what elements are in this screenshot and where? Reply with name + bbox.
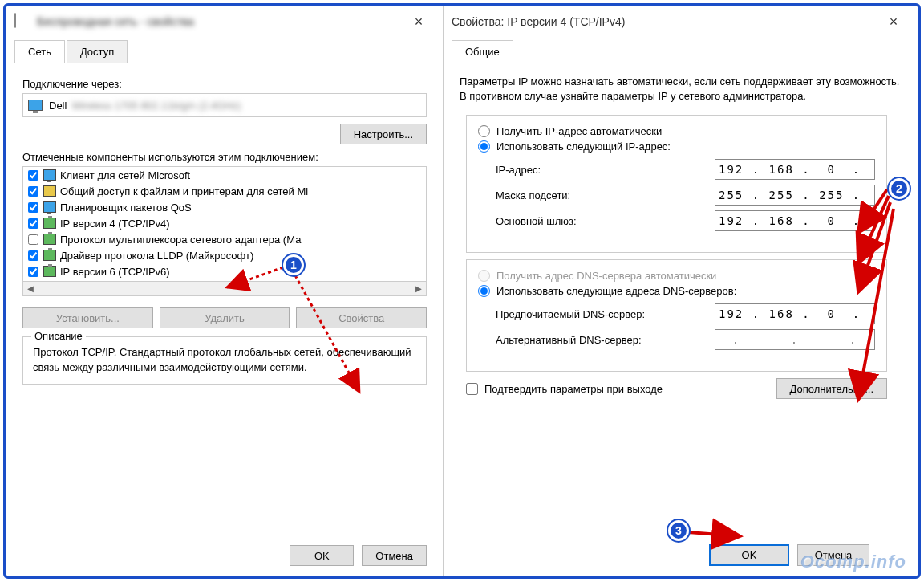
- cancel-button-left[interactable]: Отмена: [362, 545, 427, 566]
- connect-via-label: Подключение через:: [22, 78, 427, 90]
- component-item[interactable]: Драйвер протокола LLDP (Майкрософт): [23, 247, 426, 263]
- component-checkbox[interactable]: [28, 170, 38, 181]
- radio-manual-dns[interactable]: Использовать следующие адреса DNS-сервер…: [478, 285, 875, 297]
- tab-general[interactable]: Общие: [452, 40, 513, 63]
- component-label: IP версии 4 (TCP/IPv4): [60, 218, 170, 230]
- components-list[interactable]: Клиент для сетей MicrosoftОбщий доступ к…: [22, 166, 427, 296]
- component-checkbox[interactable]: [28, 250, 38, 261]
- scroll-right-icon[interactable]: ►: [411, 283, 426, 295]
- component-label: Протокол мультиплексора сетевого адаптер…: [60, 234, 301, 246]
- radio-manual-ip-input[interactable]: [478, 140, 490, 153]
- annotation-badge-1: 1: [283, 254, 304, 275]
- usb-icon: [14, 14, 30, 30]
- dns-group: Получить адрес DNS-сервера автоматически…: [466, 259, 887, 372]
- window-title-right: Свойства: IP версии 4 (TCP/IPv4): [452, 15, 877, 28]
- tab-access[interactable]: Доступ: [67, 40, 128, 63]
- close-icon[interactable]: ×: [403, 14, 435, 31]
- device-box: Dell Wireless 1705 802.11b/g/n (2.4GHz): [22, 93, 427, 117]
- dns2-input[interactable]: [715, 329, 875, 350]
- properties-button[interactable]: Свойства: [296, 307, 427, 328]
- annotation-badge-2: 2: [889, 178, 910, 199]
- remove-button[interactable]: Удалить: [160, 307, 290, 328]
- adapter-icon: [43, 250, 56, 261]
- radio-auto-ip-input[interactable]: [478, 125, 490, 137]
- horizontal-scrollbar[interactable]: ◄ ►: [23, 281, 426, 295]
- scroll-left-icon[interactable]: ◄: [23, 283, 38, 295]
- window-title-left: Беспроводная сеть - свойства: [37, 15, 403, 28]
- component-item[interactable]: IP версии 6 (TCP/IPv6): [23, 263, 426, 279]
- titlebar-left: Беспроводная сеть - свойства ×: [6, 6, 443, 37]
- tab-network[interactable]: Сеть: [14, 40, 65, 63]
- description-legend: Описание: [31, 330, 86, 342]
- ip-group: Получить IP-адрес автоматически Использо…: [466, 115, 887, 253]
- adapter-icon: [43, 234, 56, 245]
- dns2-label: Альтернативный DNS-сервер:: [496, 334, 715, 346]
- radio-manual-ip[interactable]: Использовать следующий IP-адрес:: [478, 140, 875, 153]
- radio-auto-ip[interactable]: Получить IP-адрес автоматически: [478, 125, 875, 137]
- yellow-icon: [43, 185, 56, 197]
- annotation-badge-3: 3: [668, 520, 689, 541]
- adapter-icon: [43, 266, 56, 277]
- adapter-icon: [28, 100, 43, 111]
- description-groupbox: Описание Протокол TCP/IP. Стандартный пр…: [22, 336, 427, 385]
- component-label: IP версии 6 (TCP/IPv6): [60, 266, 170, 278]
- subnet-mask-input[interactable]: [715, 185, 875, 206]
- component-checkbox[interactable]: [28, 234, 38, 245]
- component-checkbox[interactable]: [28, 267, 38, 277]
- radio-auto-dns: Получить адрес DNS-сервера автоматически: [478, 270, 875, 282]
- tabs-right: Общие: [452, 37, 910, 63]
- component-item[interactable]: Протокол мультиплексора сетевого адаптер…: [23, 231, 426, 247]
- adapter-icon: [43, 218, 56, 229]
- ip-address-label: IP-адрес:: [496, 164, 715, 176]
- advanced-button[interactable]: Дополнительно...: [776, 378, 887, 399]
- green-icon: [43, 201, 56, 213]
- device-name: Dell: [49, 100, 67, 112]
- configure-button[interactable]: Настроить...: [340, 124, 427, 144]
- component-label: Планировщик пакетов QoS: [60, 201, 192, 214]
- component-item[interactable]: Клиент для сетей Microsoft: [23, 167, 426, 183]
- validate-checkbox[interactable]: [466, 383, 478, 395]
- component-checkbox[interactable]: [28, 186, 38, 197]
- green-icon: [43, 169, 56, 181]
- component-checkbox[interactable]: [28, 218, 38, 229]
- ip-address-input[interactable]: [715, 159, 875, 180]
- gateway-input[interactable]: [715, 210, 875, 231]
- close-icon[interactable]: ×: [877, 14, 910, 31]
- component-item[interactable]: Общий доступ к файлам и принтерам для се…: [23, 183, 426, 199]
- radio-manual-dns-label: Использовать следующие адреса DNS-сервер…: [496, 285, 736, 297]
- radio-auto-dns-input: [478, 270, 490, 282]
- ok-button-left[interactable]: OK: [290, 545, 354, 566]
- watermark: Ocomp.info: [800, 551, 906, 572]
- component-label: Клиент для сетей Microsoft: [60, 169, 190, 181]
- component-label: Драйвер протокола LLDP (Майкрософт): [60, 250, 253, 262]
- radio-auto-ip-label: Получить IP-адрес автоматически: [496, 125, 662, 137]
- description-text: Протокол TCP/IP. Стандартный протокол гл…: [33, 345, 416, 376]
- component-checkbox[interactable]: [28, 202, 38, 213]
- component-item[interactable]: Планировщик пакетов QoS: [23, 199, 426, 215]
- component-item[interactable]: IP версии 4 (TCP/IPv4): [23, 215, 426, 231]
- info-text: Параметры IP можно назначать автоматичес…: [460, 75, 902, 104]
- device-name-blurred: Wireless 1705 802.11b/g/n (2.4GHz): [71, 100, 241, 112]
- dns1-label: Предпочитаемый DNS-сервер:: [496, 308, 715, 320]
- radio-auto-dns-label: Получить адрес DNS-сервера автоматически: [496, 270, 716, 282]
- component-label: Общий доступ к файлам и принтерам для се…: [60, 185, 308, 197]
- subnet-mask-label: Маска подсети:: [496, 189, 715, 201]
- network-properties-dialog: Беспроводная сеть - свойства × Сеть Дост…: [6, 6, 444, 576]
- install-button[interactable]: Установить...: [22, 307, 153, 328]
- radio-manual-ip-label: Использовать следующий IP-адрес:: [496, 140, 671, 153]
- components-label: Отмеченные компоненты используются этим …: [22, 151, 427, 163]
- titlebar-right: Свойства: IP версии 4 (TCP/IPv4) ×: [444, 6, 918, 37]
- validate-label: Подтвердить параметры при выходе: [484, 383, 663, 395]
- dns1-input[interactable]: [715, 303, 875, 324]
- radio-manual-dns-input[interactable]: [478, 285, 490, 297]
- tabs-left: Сеть Доступ: [14, 37, 435, 63]
- ok-button-right[interactable]: OK: [709, 544, 789, 566]
- ipv4-properties-dialog: Свойства: IP версии 4 (TCP/IPv4) × Общие…: [444, 6, 918, 576]
- gateway-label: Основной шлюз:: [496, 215, 715, 227]
